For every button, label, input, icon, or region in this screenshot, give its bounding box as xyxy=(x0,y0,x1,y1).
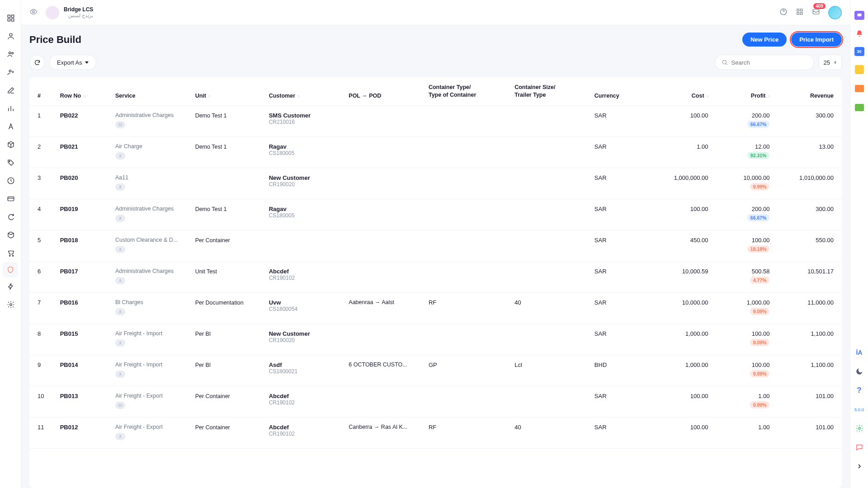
cell-container-size xyxy=(510,136,590,168)
rail-widget-icon[interactable] xyxy=(854,64,865,75)
nav-chart-icon[interactable] xyxy=(0,99,21,117)
table-row[interactable]: 3 PB020 Aa11 New CustomerCR190020 SAR 1,… xyxy=(29,168,842,199)
nav-person-icon[interactable] xyxy=(0,27,21,45)
cell-cost: 100.00 xyxy=(639,417,713,448)
nav-clock-icon[interactable] xyxy=(0,172,21,190)
cell-customer: AsdfCS1800021 xyxy=(264,355,344,386)
rail-bell-icon[interactable] xyxy=(854,28,865,39)
export-dropdown[interactable]: Export As xyxy=(49,55,96,70)
svg-point-25 xyxy=(120,217,121,218)
table-row[interactable]: 7 PB016 Bl Charges Per Documentation Uvw… xyxy=(29,292,842,324)
svg-point-32 xyxy=(120,435,121,436)
caret-down-icon xyxy=(85,61,89,64)
cell-container-type xyxy=(424,261,510,292)
cell-cost: 1,000.00 xyxy=(639,355,713,386)
cell-customer: AbcdefCR190102 xyxy=(264,386,344,417)
nav-people-icon[interactable] xyxy=(0,45,21,63)
cell-revenue: 13.00 xyxy=(774,136,842,168)
nav-font-icon[interactable] xyxy=(0,117,21,136)
nav-tag-icon[interactable] xyxy=(0,154,21,172)
table-row[interactable]: 11 PB012 Air Freight - Export Per Contai… xyxy=(29,417,842,448)
cell-service: Air Charge xyxy=(111,136,191,168)
table-row[interactable]: 4 PB019 Administrative Charges Demo Test… xyxy=(29,199,842,230)
page-size-select[interactable]: 25 ▲▼ xyxy=(819,55,842,70)
user-avatar[interactable] xyxy=(828,6,842,19)
cell-route xyxy=(344,386,424,417)
cell-index: 11 xyxy=(29,417,56,448)
help-icon[interactable] xyxy=(779,8,788,17)
cell-container-size xyxy=(510,261,590,292)
col-profit[interactable]: Profit↑↓ xyxy=(713,77,774,105)
col-pol-pod[interactable]: POL → POD xyxy=(344,77,424,105)
table-row[interactable]: 9 PB014 Air Freight - Import Per Bl Asdf… xyxy=(29,355,842,386)
page-size-value: 25 xyxy=(824,59,830,66)
rail-theme-icon[interactable] xyxy=(854,366,865,377)
col-revenue[interactable]: Revenue xyxy=(774,77,842,105)
cell-profit: 100.009.09% xyxy=(713,324,774,355)
cell-route xyxy=(344,105,424,136)
col-index[interactable]: # xyxy=(29,77,56,105)
cell-container-type xyxy=(424,386,510,417)
nav-settings-icon[interactable] xyxy=(0,296,21,314)
nav-edit-icon[interactable] xyxy=(0,81,21,99)
inbox-icon[interactable]: 409 xyxy=(812,8,820,17)
cell-container-type xyxy=(424,199,510,230)
cell-revenue: 101.00 xyxy=(774,386,842,417)
cell-unit: Demo Test 1 xyxy=(191,199,264,230)
nav-cart-icon[interactable] xyxy=(0,244,21,262)
visibility-icon[interactable] xyxy=(29,8,38,17)
table-row[interactable]: 1 PB022 Administrative Charges Demo Test… xyxy=(29,105,842,136)
new-price-button[interactable]: New Price xyxy=(742,33,787,47)
rail-help-icon[interactable]: ? xyxy=(854,385,865,396)
table-row[interactable]: 6 PB017 Administrative Charges Unit Test… xyxy=(29,261,842,292)
cell-service: Bl Charges xyxy=(111,292,191,324)
table-row[interactable]: 10 PB013 Air Freight - Export Per Contai… xyxy=(29,386,842,417)
rail-version: 5.0.0 xyxy=(854,404,865,415)
col-customer[interactable]: Customer↑↓ xyxy=(264,77,344,105)
nav-box-icon[interactable] xyxy=(0,136,21,154)
table-row[interactable]: 2 PB021 Air Charge Demo Test 1 RagavCS18… xyxy=(29,136,842,168)
col-currency[interactable]: Currency xyxy=(590,77,639,105)
col-unit[interactable]: Unit↑↓ xyxy=(191,77,264,105)
rail-chat-icon[interactable] xyxy=(854,11,864,20)
rail-expand-icon[interactable] xyxy=(854,461,865,472)
rail-language-icon[interactable]: İA xyxy=(854,347,865,358)
nav-shield-icon[interactable] xyxy=(3,262,18,277)
nav-sync-icon[interactable] xyxy=(0,208,21,226)
col-cost[interactable]: Cost↑↓ xyxy=(639,77,713,105)
cell-route xyxy=(344,261,424,292)
cell-customer: RagavCS180005 xyxy=(264,136,344,168)
refresh-button[interactable] xyxy=(29,55,45,70)
nav-lightning-icon[interactable] xyxy=(0,277,21,296)
cell-unit: Per Bl xyxy=(191,355,264,386)
cell-currency: BHD xyxy=(590,355,639,386)
col-row-no[interactable]: Row No↑↓ xyxy=(56,77,111,105)
cell-row-no: PB017 xyxy=(56,261,111,292)
col-service[interactable]: Service xyxy=(111,77,191,105)
nav-dashboard-icon[interactable] xyxy=(0,9,21,27)
cell-container-type xyxy=(424,105,510,136)
table-row[interactable]: 8 PB015 Air Freight - Import Per Bl New … xyxy=(29,324,842,355)
cell-currency: SAR xyxy=(590,168,639,199)
apps-icon[interactable] xyxy=(796,8,804,17)
table-row[interactable]: 5 PB018 Custom Clearance & D... Per Cont… xyxy=(29,230,842,261)
cell-currency: SAR xyxy=(590,292,639,324)
rail-message-icon[interactable] xyxy=(854,442,865,453)
cell-row-no: PB018 xyxy=(56,230,111,261)
svg-point-7 xyxy=(9,70,11,72)
col-container-size[interactable]: Container Size/Trailer Type xyxy=(510,77,590,105)
nav-cube-icon[interactable] xyxy=(0,226,21,244)
nav-invite-icon[interactable] xyxy=(0,63,21,81)
rail-calendar-icon[interactable]: 30 xyxy=(854,47,864,56)
table-container[interactable]: # Row No↑↓ Service Unit↑↓ Customer↑↓ POL… xyxy=(29,77,842,488)
col-container-type[interactable]: Container Type/Type of Container xyxy=(424,77,510,105)
rail-folder-icon[interactable] xyxy=(854,83,865,94)
search-input[interactable] xyxy=(731,59,807,66)
cell-cost: 100.00 xyxy=(639,105,713,136)
search-input-wrap[interactable] xyxy=(715,55,814,70)
cell-row-no: PB020 xyxy=(56,168,111,199)
nav-card-icon[interactable] xyxy=(0,190,21,208)
price-import-button[interactable]: Price Import xyxy=(791,33,842,47)
rail-settings-icon[interactable] xyxy=(854,423,865,434)
rail-book-icon[interactable] xyxy=(854,102,865,113)
